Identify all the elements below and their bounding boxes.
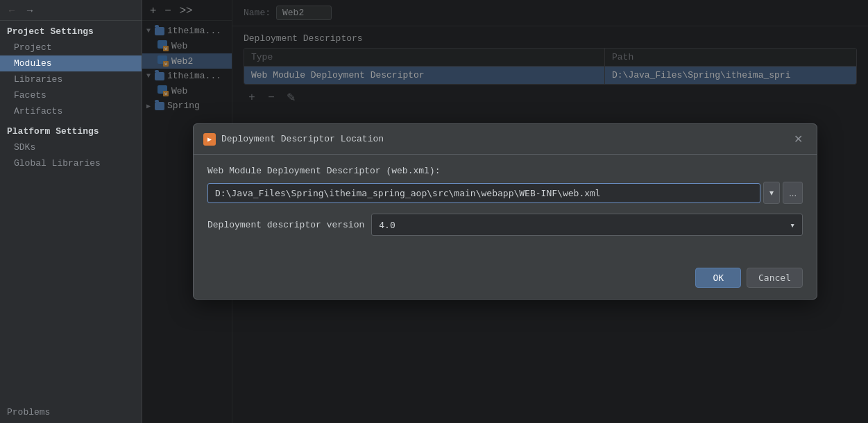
dialog-browse-button[interactable]: ...: [783, 182, 803, 204]
sidebar-item-project[interactable]: Project: [0, 40, 142, 55]
dialog-version-row: Deployment descriptor version 4.0 ▾: [207, 214, 803, 236]
content-panel: Name: Web2 Deployment Descriptors Type P…: [232, 0, 868, 423]
main-area: + − >> ▼ itheima... W Web: [142, 0, 868, 423]
back-button[interactable]: ←: [4, 3, 19, 17]
dialog-version-arrow: ▾: [790, 220, 795, 230]
cancel-button[interactable]: Cancel: [747, 268, 803, 288]
dialog-close-button[interactable]: ✕: [790, 131, 807, 147]
project-settings-title: Project Settings: [0, 21, 142, 40]
sidebar-item-global-libraries[interactable]: Global Libraries: [0, 155, 142, 171]
dialog-titlebar: ▶ Deployment Descriptor Location ✕: [194, 124, 817, 155]
ok-button[interactable]: OK: [695, 268, 741, 288]
sidebar-item-artifacts[interactable]: Artifacts: [0, 103, 142, 119]
dialog: ▶ Deployment Descriptor Location ✕ Web M…: [193, 123, 817, 300]
sidebar-header: ← →: [0, 0, 142, 21]
sidebar-item-problems[interactable]: Problems: [0, 402, 142, 423]
forward-button[interactable]: →: [22, 3, 37, 17]
dialog-field-label: Web Module Deployment Descriptor (web.xm…: [207, 166, 803, 176]
dialog-path-dropdown-button[interactable]: ▾: [763, 182, 780, 204]
dialog-version-value: 4.0: [379, 220, 395, 230]
dialog-version-dropdown[interactable]: 4.0 ▾: [371, 214, 803, 236]
sidebar-item-modules[interactable]: Modules: [0, 55, 142, 71]
dialog-version-label: Deployment descriptor version: [207, 220, 364, 230]
dialog-title: Deployment Descriptor Location: [221, 134, 784, 144]
dialog-path-row: ▾ ...: [207, 182, 803, 204]
dialog-footer: OK Cancel: [194, 261, 817, 299]
dialog-body: Web Module Deployment Descriptor (web.xm…: [194, 155, 817, 261]
sidebar: ← → Project Settings Project Modules Lib…: [0, 0, 142, 423]
sidebar-item-facets[interactable]: Facets: [0, 87, 142, 103]
sidebar-item-sdks[interactable]: SDKs: [0, 139, 142, 155]
platform-settings-title: Platform Settings: [0, 119, 142, 139]
dialog-title-icon: ▶: [203, 133, 216, 146]
sidebar-item-libraries[interactable]: Libraries: [0, 71, 142, 87]
dialog-overlay: ▶ Deployment Descriptor Location ✕ Web M…: [142, 0, 868, 423]
dialog-path-input[interactable]: [207, 183, 760, 203]
